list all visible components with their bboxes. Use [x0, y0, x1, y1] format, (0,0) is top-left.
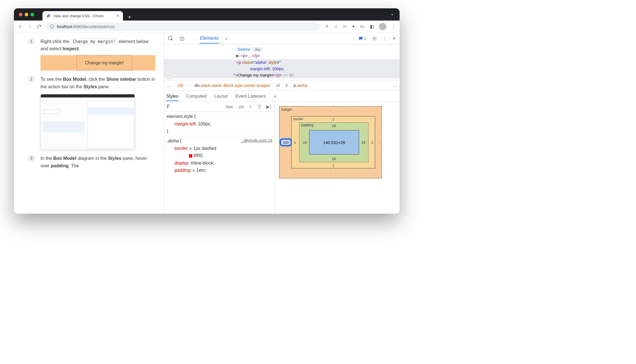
tab-styles[interactable]: Styles	[166, 92, 178, 101]
text: pane.	[97, 84, 110, 89]
sidebar-toggle-icon[interactable]: ▶│	[266, 104, 272, 109]
url-host: localhost:8080/docs/devtools/css/	[57, 24, 115, 29]
tab-computed[interactable]: Computed	[186, 94, 207, 99]
step-number: 3	[28, 155, 35, 162]
bm-val[interactable]: 16	[332, 157, 336, 161]
issues-badge[interactable]: 1	[353, 36, 367, 41]
scissors-icon[interactable]: ✂	[343, 24, 347, 29]
step-3: 3 In the Box Model diagram in the Styles…	[28, 155, 155, 169]
box-model-diagram[interactable]: margin - - - 100 border 1 1 1 1	[279, 106, 382, 178]
color-swatch[interactable]	[189, 154, 192, 158]
maximize-window-button[interactable]	[31, 13, 34, 16]
hov-toggle[interactable]: :hov	[225, 104, 233, 109]
css-val[interactable]: 1em	[196, 168, 205, 173]
bm-val[interactable]: -	[330, 109, 331, 113]
bm-content[interactable]: 140.531×28	[309, 130, 359, 155]
bc-item[interactable]: div.stack.stack--block.type.center-image…	[195, 83, 270, 88]
source-link[interactable]: _devtools.scss:19	[241, 137, 272, 144]
dom-ellipsis: …	[248, 53, 252, 58]
rule-selector: element.style {	[167, 114, 196, 119]
css-val[interactable]: inline-block	[191, 161, 213, 165]
inspect-icon[interactable]	[168, 36, 173, 41]
bm-val[interactable]: 16	[303, 140, 307, 145]
css-prop[interactable]: padding	[175, 168, 190, 173]
profile-avatar[interactable]	[379, 23, 386, 30]
text-bold: Show sidebar	[107, 77, 136, 82]
address-bar[interactable]: localhost:8080/docs/devtools/css/	[46, 22, 320, 31]
browser-tab[interactable]: View and change CSS - Chrom ×	[42, 11, 123, 21]
flex-badge[interactable]: flex	[253, 47, 263, 52]
css-val[interactable]: 100px	[198, 122, 210, 126]
bc-ellipsis: …	[393, 83, 397, 88]
bc-item-selected[interactable]: p.aloha	[294, 83, 307, 88]
bc-item[interactable]: li	[286, 83, 288, 88]
dom-breadcrumb[interactable]: … ›00 div.stack.stack--block.type.center…	[164, 80, 400, 90]
device-toggle-icon[interactable]	[180, 36, 185, 41]
devtools-tabbar: Elements » 1 ⋮ ×	[164, 33, 400, 44]
reload-button[interactable]	[37, 24, 42, 29]
bc-ellipsis: …	[167, 83, 171, 88]
bm-val[interactable]: -	[379, 140, 380, 145]
bm-val[interactable]: 1	[332, 163, 334, 168]
bm-val[interactable]: -	[330, 171, 331, 175]
devtools-close-icon[interactable]: ×	[392, 35, 396, 42]
css-prop[interactable]: margin-left	[175, 122, 196, 126]
dom-style-value: margin-left: 100px;	[250, 66, 284, 71]
chrome-menu-icon[interactable]: ⋮	[391, 24, 396, 29]
bm-val[interactable]: 1	[294, 140, 296, 145]
paint-icon[interactable]	[257, 104, 262, 109]
dom-before: ::before	[236, 47, 250, 52]
text: , click the	[86, 77, 106, 82]
demo-element[interactable]: Change my margin!	[77, 55, 132, 71]
toolbar-icons: ☆ ✂ ✦ ≡♪ ◧ ⋮	[325, 23, 396, 30]
extensions-icon[interactable]: ✦	[352, 24, 355, 29]
devtools-menu-icon[interactable]: ⋮	[383, 36, 387, 41]
css-val[interactable]: 1px dashed	[193, 146, 216, 151]
star-icon[interactable]: ☆	[334, 24, 338, 29]
svg-rect-3	[41, 94, 135, 98]
new-rule-icon[interactable]: ＋	[248, 104, 253, 109]
reading-list-icon[interactable]: ≡♪	[360, 24, 365, 29]
text-bold: Box Model	[53, 156, 76, 161]
more-tabs-icon[interactable]: »	[225, 36, 228, 41]
text: To see the	[41, 77, 63, 82]
css-val[interactable]: #f00	[193, 153, 202, 158]
chrome-icon	[46, 14, 51, 18]
dom-selected-node[interactable]: <p class="aloha" style="	[164, 59, 400, 65]
tab-title: View and change CSS - Chrom	[54, 14, 114, 18]
bm-val[interactable]: 16	[332, 124, 336, 128]
dom-tree[interactable]: ⋯ ::before flex ▶ <p>…</p> <p class="alo…	[164, 44, 400, 80]
more-tabs-icon[interactable]: »	[274, 94, 276, 99]
css-prop[interactable]: display	[175, 161, 188, 165]
chevron-down-icon[interactable]	[390, 12, 395, 17]
css-rules[interactable]: element.style { margin-left: 100px; } _d…	[164, 112, 275, 175]
bm-val[interactable]: 1	[371, 140, 373, 145]
dom-overflow-icon[interactable]: ⋯	[166, 72, 173, 79]
minimize-window-button[interactable]	[25, 13, 28, 16]
url-bar: localhost:8080/docs/devtools/css/ ☆ ✂ ✦ …	[14, 21, 400, 33]
svg-point-12	[374, 38, 375, 39]
bm-margin-left-highlighted[interactable]: 100	[280, 138, 292, 146]
step-number: 1	[28, 38, 35, 45]
filter-icon[interactable]: F	[167, 104, 170, 110]
share-icon[interactable]	[325, 24, 329, 29]
bm-val[interactable]: 1	[332, 117, 334, 121]
gear-icon[interactable]	[372, 36, 377, 41]
tab-event-listeners[interactable]: Event Listeners	[235, 94, 266, 99]
text: . The	[69, 163, 79, 168]
new-tab-button[interactable]: +	[128, 14, 131, 21]
tab-close-icon[interactable]: ×	[117, 13, 119, 18]
tab-layout[interactable]: Layout	[214, 94, 228, 99]
close-window-button[interactable]	[19, 13, 22, 16]
back-button[interactable]	[18, 24, 23, 29]
css-prop[interactable]: border	[175, 146, 187, 151]
bc-item[interactable]: ol	[276, 83, 280, 88]
window-controls	[19, 13, 34, 16]
titlebar: View and change CSS - Chrom × +	[14, 8, 400, 21]
forward-button[interactable]	[27, 24, 32, 29]
bm-val[interactable]: 16	[362, 140, 365, 145]
side-panel-icon[interactable]: ◧	[370, 24, 374, 29]
svg-rect-7	[43, 109, 60, 114]
tab-elements[interactable]: Elements	[200, 34, 219, 44]
cls-toggle[interactable]: .cls	[238, 104, 244, 109]
